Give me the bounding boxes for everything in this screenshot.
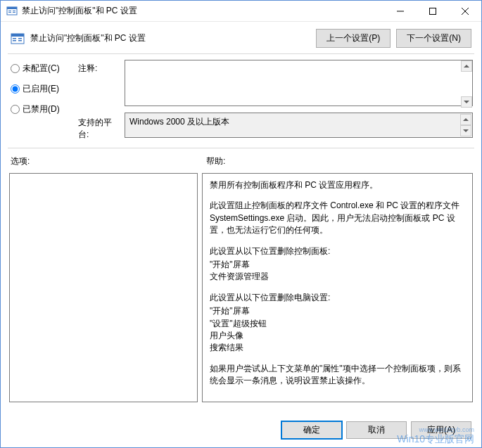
window-title: 禁止访问"控制面板"和 PC 设置 <box>22 5 384 17</box>
help-p1: 禁用所有控制面板程序和 PC 设置应用程序。 <box>210 179 465 191</box>
svg-rect-5 <box>13 12 15 13</box>
platform-value: Windows 2000 及以上版本 <box>129 117 229 127</box>
svg-rect-13 <box>13 40 16 41</box>
scroll-down-icon <box>460 125 471 136</box>
help-p4d: 搜索结果 <box>210 342 465 354</box>
cancel-button[interactable]: 取消 <box>346 421 407 439</box>
radio-disabled-input[interactable] <box>11 105 20 114</box>
close-button[interactable] <box>449 1 481 21</box>
svg-rect-11 <box>11 34 24 37</box>
svg-rect-4 <box>13 11 15 11</box>
help-p5: 如果用户尝试从上下文菜单的"属性"项中选择一个控制面板项，则系统会显示一条消息，… <box>210 363 465 388</box>
radio-enabled[interactable]: 已启用(E) <box>11 83 75 95</box>
radio-disabled[interactable]: 已禁用(D) <box>11 103 75 115</box>
svg-rect-15 <box>18 40 22 41</box>
titlebar: 禁止访问"控制面板"和 PC 设置 <box>1 1 481 22</box>
minimize-icon <box>397 8 404 15</box>
comment-label: 注释: <box>78 60 122 75</box>
maximize-button[interactable] <box>417 1 449 21</box>
help-p4b: "设置"超级按钮 <box>210 318 465 330</box>
state-radios: 未配置(C) 已启用(E) 已禁用(D) <box>11 60 75 115</box>
ok-button[interactable]: 确定 <box>281 421 342 439</box>
header-row: 禁止访问"控制面板"和 PC 设置 上一个设置(P) 下一个设置(N) <box>1 22 481 53</box>
window-controls <box>384 1 481 21</box>
platform-box: Windows 2000 及以上版本 <box>125 113 473 138</box>
help-p3a: "开始"屏幕 <box>210 259 465 271</box>
help-pane[interactable]: 禁用所有控制面板程序和 PC 设置应用程序。 此设置阻止控制面板的程序文件 Co… <box>202 173 473 402</box>
radio-enabled-input[interactable] <box>11 84 20 94</box>
radio-not-configured-label: 未配置(C) <box>23 63 60 75</box>
options-label: 选项: <box>11 155 206 167</box>
help-label: 帮助: <box>206 155 471 167</box>
mid-labels: 选项: 帮助: <box>1 148 481 170</box>
help-p4a: "开始"屏幕 <box>210 305 465 317</box>
help-p3b: 文件资源管理器 <box>210 271 465 283</box>
lower-panes: 禁用所有控制面板程序和 PC 设置应用程序。 此设置阻止控制面板的程序文件 Co… <box>1 170 481 402</box>
help-p2: 此设置阻止控制面板的程序文件 Control.exe 和 PC 设置的程序文件 … <box>210 200 465 236</box>
policy-icon <box>11 32 25 46</box>
close-icon <box>462 8 469 15</box>
svg-rect-3 <box>8 12 11 13</box>
radio-not-configured-input[interactable] <box>11 64 20 73</box>
svg-rect-2 <box>8 11 11 11</box>
radio-enabled-label: 已启用(E) <box>23 83 59 95</box>
policy-name: 禁止访问"控制面板"和 PC 设置 <box>30 32 310 44</box>
next-setting-button[interactable]: 下一个设置(N) <box>396 29 471 48</box>
help-p4c: 用户头像 <box>210 330 465 342</box>
options-pane[interactable] <box>9 173 198 402</box>
radio-not-configured[interactable]: 未配置(C) <box>11 63 75 75</box>
help-p3: 此设置从以下位置删除控制面板: <box>210 245 465 257</box>
footer-buttons: 确定 取消 应用(A) <box>281 421 471 439</box>
svg-rect-7 <box>430 8 436 14</box>
maximize-icon <box>429 8 436 15</box>
comment-textarea[interactable] <box>125 60 473 106</box>
comment-wrap <box>125 60 473 108</box>
svg-rect-1 <box>7 7 17 9</box>
svg-rect-14 <box>18 38 22 39</box>
platform-label: 支持的平台: <box>78 113 122 141</box>
app-icon <box>6 6 18 17</box>
help-p4: 此设置从以下位置删除电脑设置: <box>210 292 465 304</box>
svg-rect-12 <box>13 38 16 39</box>
apply-button[interactable]: 应用(A) <box>411 421 471 439</box>
scroll-up-icon <box>460 114 471 125</box>
config-area: 未配置(C) 已启用(E) 已禁用(D) 注释: 支持的平台: Windows … <box>1 54 481 148</box>
minimize-button[interactable] <box>384 1 417 21</box>
radio-disabled-label: 已禁用(D) <box>23 103 60 115</box>
prev-setting-button[interactable]: 上一个设置(P) <box>316 29 391 48</box>
